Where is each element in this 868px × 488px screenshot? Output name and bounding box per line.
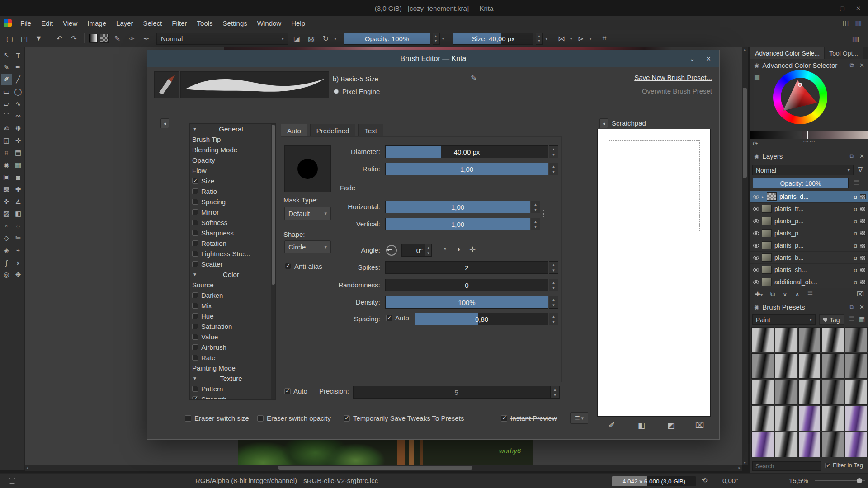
layer-visibility-icon[interactable] <box>753 268 759 272</box>
tool-line[interactable]: ╱ <box>13 74 24 85</box>
vertical-spinner[interactable]: ▴▾ <box>531 218 540 230</box>
docker-config-icon[interactable]: ◉ <box>754 62 759 69</box>
tool-rectangle[interactable]: ▭ <box>1 86 12 98</box>
layer-row-additional-ob[interactable]: additional_ob...α <box>750 276 868 288</box>
angle-fan-icon[interactable]: ◔ <box>442 245 447 254</box>
layer-options-icon[interactable]: ☰ <box>854 179 859 187</box>
window-titlebar[interactable]: (3,0 GiB) - [cozy_tenement.kra] — Krita … <box>0 0 868 16</box>
workspace-chooser-icon[interactable]: ◫ <box>843 19 849 27</box>
alpha-lock-icon[interactable] <box>860 243 866 248</box>
brush-preset-tile-10[interactable] <box>845 353 868 379</box>
alpha-lock-icon[interactable] <box>860 194 866 199</box>
tool-polygon-select[interactable]: ◇ <box>1 232 12 244</box>
option-checkbox[interactable] <box>192 313 198 319</box>
filter-in-tag-checkbox[interactable] <box>825 463 830 468</box>
redo-icon[interactable]: ↷ <box>68 33 80 45</box>
option-checkbox[interactable] <box>192 334 198 340</box>
spikes-slider[interactable]: 2 <box>385 261 548 274</box>
layers-header[interactable]: ◉ Layers ⧉ ✕ <box>750 150 868 162</box>
option-item-size[interactable]: Size <box>190 176 275 186</box>
option-item-value[interactable]: Value <box>190 332 275 342</box>
reload-preset-icon[interactable]: ↻ <box>320 33 332 45</box>
tool-calligraphy[interactable]: ✒ <box>13 61 24 73</box>
show-dockers-icon[interactable]: ▥ <box>849 33 862 45</box>
angle-fan-reverse-icon[interactable]: ◑ <box>456 245 460 254</box>
float-docker-icon[interactable]: ⧉ <box>850 62 854 69</box>
menu-edit[interactable]: Edit <box>36 16 58 30</box>
save-tweaks-checkbox[interactable] <box>344 415 350 422</box>
brush-preset-tile-22[interactable] <box>775 432 797 457</box>
layer-opacity-slider[interactable]: Opacity: 100% <box>753 178 849 188</box>
brush-preset-tile-15[interactable] <box>845 380 868 405</box>
brush-settings-icon[interactable]: ✎ <box>111 33 123 45</box>
brush-editor-toggle-icon[interactable]: ✒ <box>140 33 152 45</box>
brush-preset-tile-17[interactable] <box>775 406 797 431</box>
canvas-horizontal-scrollbar[interactable]: ◂ ▸ <box>25 465 742 471</box>
tool-similar-select[interactable]: ◈ <box>1 244 12 256</box>
grid-view-icon[interactable]: ▦ <box>859 315 865 323</box>
size-spinner[interactable]: ▴▾ <box>536 33 543 45</box>
scratchpad-fill-icon[interactable]: ◩ <box>667 421 675 430</box>
opacity-slider[interactable]: Opacity: 100% <box>344 33 430 45</box>
option-item-spacing[interactable]: Spacing <box>190 197 275 207</box>
horizontal-fade-slider[interactable]: 1,00 <box>385 201 530 213</box>
option-item-saturation[interactable]: Saturation <box>190 321 275 332</box>
option-checkbox[interactable] <box>192 178 198 184</box>
layer-visibility-icon[interactable] <box>753 280 759 284</box>
tool-color-sampler[interactable]: ◉ <box>1 159 12 171</box>
tool-freehand-path[interactable]: ∾ <box>13 110 24 122</box>
randomness-slider[interactable]: 0 <box>385 279 548 291</box>
option-checkbox[interactable] <box>192 199 198 205</box>
option-checkbox[interactable] <box>192 188 198 194</box>
chevron-down-icon[interactable]: ▾ <box>589 36 592 42</box>
option-checkbox[interactable] <box>192 303 198 309</box>
value-gradient-strip[interactable] <box>750 131 802 139</box>
scratchpad-clear-icon[interactable]: ⌧ <box>695 421 704 430</box>
chevron-down-icon[interactable]: ▾ <box>334 36 337 42</box>
list-view-icon[interactable]: ☰ <box>849 315 855 323</box>
chevron-down-icon[interactable]: ▾ <box>570 36 573 42</box>
layer-properties-button[interactable]: ☰ <box>807 291 813 298</box>
brush-preset-tile-19[interactable] <box>821 406 844 431</box>
spikes-spinner[interactable]: ▴▾ <box>549 261 558 274</box>
tool-zoom[interactable]: ◎ <box>1 269 12 281</box>
reset-rotation-icon[interactable]: ⟲ <box>702 476 708 484</box>
angle-input[interactable]: 0° ▴▾ <box>401 244 432 257</box>
menu-image[interactable]: Image <box>82 16 111 30</box>
sync-colors-icon[interactable]: ⟳ <box>753 140 758 147</box>
opacity-spinner[interactable]: ▴▾ <box>433 33 440 45</box>
scroll-down-icon[interactable]: ▾ <box>742 460 748 465</box>
alpha-lock-icon[interactable] <box>860 231 866 236</box>
spacing-slider[interactable]: 0,80 <box>415 313 548 325</box>
eraser-switch-opacity-checkbox[interactable] <box>257 415 264 422</box>
option-item-softness[interactable]: Softness <box>190 217 275 228</box>
tool-bezier-curve[interactable]: ⌒ <box>1 110 12 122</box>
zoom-slider[interactable] <box>815 480 865 481</box>
option-item-flow[interactable]: Flow <box>190 165 275 176</box>
scratchpad-canvas[interactable] <box>597 129 711 417</box>
density-slider[interactable]: 100% <box>385 296 548 309</box>
tool-polyline[interactable]: ∿ <box>13 98 24 110</box>
ratio-spinner[interactable]: ▴▾ <box>549 163 558 175</box>
eraser-mode-icon[interactable]: ◪ <box>291 33 303 45</box>
brush-preset-chooser-icon[interactable]: ✑ <box>126 33 138 45</box>
color-selector-header[interactable]: ◉ Advanced Color Selector ⧉ ✕ <box>750 60 868 71</box>
inherit-alpha-icon[interactable]: α <box>854 230 857 237</box>
brush-preset-tile-23[interactable] <box>798 432 821 457</box>
brush-preset-tile-2[interactable] <box>775 327 797 352</box>
brush-preset-tile-9[interactable] <box>821 353 844 379</box>
angle-sample-icon[interactable]: ✛ <box>469 245 476 254</box>
tool-pan[interactable]: ✥ <box>13 269 24 281</box>
option-checkbox[interactable] <box>192 230 198 236</box>
vertical-scroll-thumb[interactable] <box>743 88 747 178</box>
brush-preset-tile-18[interactable] <box>798 406 821 431</box>
add-layer-button[interactable]: ✚▾ <box>755 291 763 298</box>
save-document-icon[interactable]: ▼ <box>33 33 45 45</box>
brush-preset-tile-11[interactable] <box>751 380 774 405</box>
layer-filter-icon[interactable]: ∇ <box>858 166 863 174</box>
layer-visibility-icon[interactable] <box>753 219 759 223</box>
alpha-lock-icon[interactable] <box>860 206 866 211</box>
option-checkbox[interactable] <box>192 292 198 298</box>
brush-preset-tile-13[interactable] <box>798 380 821 405</box>
option-checkbox[interactable] <box>192 386 198 392</box>
